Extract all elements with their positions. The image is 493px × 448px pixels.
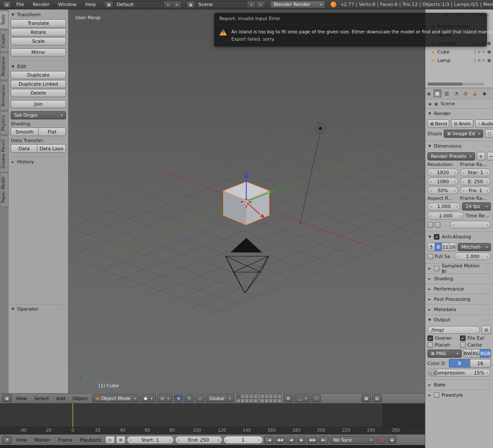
manipulator-translate-toggle[interactable]: ⊕ (174, 395, 183, 402)
snap-target-button[interactable]: ▢ (311, 395, 321, 402)
frame-end-field[interactable]: End: 250 (175, 436, 222, 444)
layer-toggle[interactable] (278, 395, 281, 398)
frame-step-field[interactable]: Fra: 1 (460, 187, 491, 194)
renderable-icon[interactable]: ▦ (487, 58, 491, 62)
keying-set-button[interactable]: ◆ (387, 436, 397, 444)
lock-time-button[interactable]: ⊠ (116, 436, 125, 444)
scene-browse-button[interactable]: ▦ (186, 1, 195, 8)
operator-panel-header[interactable]: ▼Operator (11, 304, 66, 313)
color-mode-rgb[interactable]: RG (472, 349, 480, 358)
metadata-section-header[interactable]: ►Metadata (427, 305, 491, 314)
time-remap-field[interactable] (450, 221, 491, 228)
outliner-scrollbar[interactable] (427, 83, 484, 86)
snap-dropdown[interactable]: ◡ (294, 395, 311, 402)
mirror-button[interactable]: Mirror (11, 48, 66, 56)
layer-toggle[interactable] (241, 395, 245, 398)
render-still-button[interactable]: ▦Rend (427, 119, 449, 128)
output-path-field[interactable]: /tmp/ (427, 326, 480, 334)
color-mode-bw[interactable]: BW (463, 349, 472, 358)
jump-to-start-button[interactable]: |◀ (264, 436, 274, 444)
aspect-y-field[interactable]: 1.000 (427, 212, 464, 220)
filter-size-field[interactable]: 1.000 (454, 252, 491, 260)
layer-toggle[interactable] (249, 395, 253, 398)
mode-dropdown[interactable]: ▣Object Mode (92, 395, 139, 402)
translate-button[interactable]: Translate (11, 19, 66, 27)
outliner-item-lamp[interactable]: ● Lamp |⊙↖▦ (425, 56, 493, 65)
layer-toggle[interactable] (249, 399, 253, 403)
join-button[interactable]: Join (11, 100, 66, 108)
view3d-menu-object[interactable]: Object (69, 396, 91, 401)
viewport-canvas[interactable]: y x (69, 9, 425, 393)
resolution-y-field[interactable]: 1080 (427, 178, 458, 185)
set-origin-dropdown[interactable]: Set Origin (11, 111, 66, 119)
crop-checkbox[interactable] (435, 222, 440, 228)
pivot-point-dropdown[interactable]: ◎ (157, 395, 173, 402)
timeline-menu-marker[interactable]: Marker (31, 437, 54, 443)
editor-type-3dview-icon[interactable]: ▦ (2, 395, 12, 402)
selectable-icon[interactable]: ↖ (482, 50, 486, 54)
freestyle-section-header[interactable]: ►Freestyle (427, 391, 491, 400)
shade-flat-button[interactable]: Flat (38, 128, 66, 136)
pin-icon[interactable]: ◉ (428, 102, 432, 106)
cache-toggle[interactable]: Cache (460, 342, 491, 348)
scale-button[interactable]: Scale (11, 37, 66, 45)
editor-type-info-icon[interactable]: ▤ (2, 1, 12, 8)
add-screen-button[interactable]: + (163, 1, 173, 8)
timeline-menu-playback[interactable]: Playback (77, 437, 104, 443)
motion-blur-checkbox[interactable] (434, 266, 439, 271)
renderable-icon[interactable]: ▦ (487, 50, 491, 54)
remove-preset-button[interactable]: − (487, 152, 493, 160)
preview-range-button[interactable]: ◎ (105, 436, 115, 444)
render-animation-button[interactable]: ▤Anim (451, 119, 473, 128)
shelf-tab-paper-model[interactable]: Paper Model (0, 173, 9, 207)
next-keyframe-button[interactable]: ▶▶ (308, 436, 318, 444)
lock-interface-button[interactable]: ▢ (485, 129, 493, 138)
color-mode-rgba[interactable]: RGB (480, 349, 491, 358)
full-sample-toggle[interactable]: Full Sa (427, 254, 453, 259)
output-section-header[interactable]: ▼Output (427, 315, 491, 324)
visibility-eye-icon[interactable]: ⊙ (477, 50, 481, 54)
play-reverse-button[interactable]: ◀ (286, 436, 296, 444)
layer-toggle[interactable] (236, 399, 240, 403)
scene-name-field[interactable]: Scene (195, 1, 247, 8)
resolution-x-field[interactable]: 1920 (427, 169, 458, 176)
opengl-render-button[interactable]: ▦ (362, 395, 371, 402)
shelf-tab-tools[interactable]: Tools (0, 11, 9, 29)
view3d-menu-view[interactable]: View (13, 396, 30, 401)
layer-toggle[interactable] (265, 399, 269, 403)
screen-layout-field[interactable]: Default (113, 1, 164, 8)
duplicate-linked-button[interactable]: Duplicate Linked (11, 80, 66, 88)
placeholders-toggle[interactable]: Placeh (427, 342, 458, 348)
anti-aliasing-checkbox[interactable] (434, 234, 439, 240)
delete-screen-button[interactable]: × (172, 1, 182, 8)
overwrite-checkbox[interactable] (427, 335, 433, 341)
menu-file[interactable]: File (12, 2, 28, 7)
tab-scene[interactable]: ◔ (452, 89, 460, 98)
resolution-percentage-field[interactable]: 50% (427, 187, 458, 194)
tab-object[interactable]: ▲ (471, 89, 479, 98)
frame-start-field[interactable]: Star: 1 (460, 169, 491, 176)
play-button[interactable]: ▶ (297, 436, 306, 444)
layer-toggle[interactable] (273, 399, 277, 403)
full-sample-checkbox[interactable] (427, 254, 433, 259)
transform-panel-header[interactable]: ▼Transform (11, 10, 66, 19)
layer-toggle[interactable] (273, 395, 277, 398)
layer-toggle[interactable] (269, 399, 273, 403)
record-button[interactable]: ● (376, 436, 386, 444)
layer-toggle[interactable] (254, 399, 257, 403)
shelf-tab-physics[interactable]: Physics (0, 111, 9, 135)
rotate-button[interactable]: Rotate (11, 28, 66, 36)
outliner-item-cube[interactable]: ▲ Cube |⊙↖▦ (425, 47, 493, 56)
add-scene-button[interactable]: + (247, 1, 256, 8)
performance-section-header[interactable]: ►Performance (427, 285, 491, 294)
color-depth-16[interactable]: 16 (470, 359, 491, 368)
menu-window[interactable]: Window (54, 2, 81, 7)
manipulator-scale-toggle[interactable]: ▱ (195, 395, 205, 402)
edit-panel-header[interactable]: ▼Edit (11, 62, 66, 71)
timeline-track-area[interactable] (0, 403, 425, 427)
post-processing-header[interactable]: ►Post Processing (427, 295, 491, 304)
manipulator-rotate-toggle[interactable]: ↻ (185, 395, 194, 402)
aa-filter-dropdown[interactable]: Mitchell- (458, 243, 491, 251)
history-panel-header[interactable]: ►History (11, 157, 66, 166)
aa-samples-5[interactable]: 5 (427, 243, 435, 251)
